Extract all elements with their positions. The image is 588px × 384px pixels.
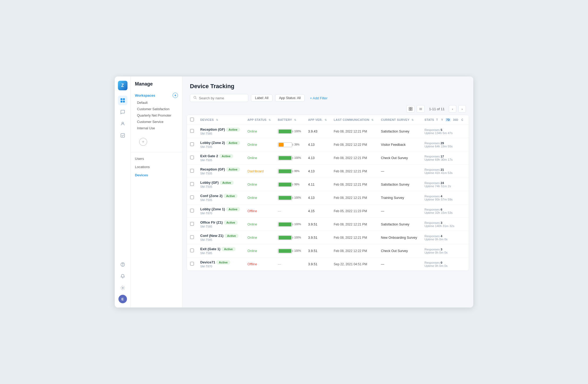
current-survey-sort-icon[interactable]: ⇅ [411, 118, 414, 121]
app-status-filter-btn[interactable]: App Status: All [275, 94, 305, 102]
row-checkbox[interactable] [190, 156, 194, 159]
battery-cell: 100% [275, 125, 305, 138]
last-comm-text: Feb 08, 2022 12:21 PM [334, 156, 367, 160]
svg-rect-5 [121, 134, 125, 137]
nav-settings-icon[interactable] [118, 283, 127, 293]
add-filter-btn[interactable]: + Add Filter [307, 95, 330, 102]
last-comm-col-header[interactable]: LAST COMMUNICATION ⇅ [330, 115, 378, 125]
select-all-col[interactable] [187, 115, 197, 125]
status-badge: Active [219, 154, 233, 158]
next-page-btn[interactable]: › [458, 105, 466, 113]
row-checkbox-cell[interactable] [187, 151, 197, 165]
row-checkbox[interactable] [190, 182, 194, 186]
sidebar-item-default[interactable]: Default [131, 100, 182, 106]
devices-sort-icon[interactable]: ⇅ [216, 118, 218, 121]
stat-period-t[interactable]: T [435, 118, 439, 122]
battery-icon [278, 169, 292, 174]
row-checkbox-cell[interactable] [187, 138, 197, 151]
battery-fill [279, 183, 291, 186]
app-status-text: Online [248, 143, 257, 147]
label-filter-btn[interactable]: Label: All [251, 94, 272, 102]
battery-fill [279, 156, 291, 160]
battery-sort-icon[interactable]: ⇅ [294, 118, 296, 121]
app-version-cell: 3.9.51 [305, 258, 330, 271]
row-checkbox[interactable] [190, 235, 194, 239]
svg-rect-2 [121, 101, 122, 103]
stats-cell: Responses 5 Uptime 134h 5m 47s [421, 125, 469, 138]
row-checkbox-cell[interactable] [187, 204, 197, 218]
layout-toggle-btn[interactable] [417, 105, 425, 113]
prev-page-btn[interactable]: ‹ [449, 105, 456, 113]
battery-cell: — [275, 204, 305, 218]
app-version-cell: 4.11 [305, 178, 330, 191]
nav-chat-icon[interactable] [118, 107, 127, 117]
battery-icon [278, 142, 292, 147]
sidebar-link-users[interactable]: Users [131, 155, 182, 163]
app-status-cell: Online [244, 218, 275, 231]
user-avatar[interactable]: E [118, 295, 127, 303]
nav-users-icon[interactable] [118, 119, 127, 129]
grid-view-btn[interactable] [407, 105, 415, 113]
search-input[interactable] [199, 96, 245, 100]
row-checkbox-cell[interactable] [187, 231, 197, 244]
battery-cell: 100% [275, 231, 305, 244]
battery-cell: 100% [275, 218, 305, 231]
app-status-text: Online [248, 130, 257, 133]
stat-period-7d[interactable]: 7D [445, 118, 451, 122]
table-container: DEVICES ⇅ APP STATUS ⇅ BATTERY ⇅ APP VER… [182, 115, 473, 308]
row-checkbox[interactable] [190, 222, 194, 226]
row-checkbox[interactable] [190, 142, 194, 146]
row-checkbox-cell[interactable] [187, 165, 197, 178]
app-ver-sort-icon[interactable]: ⇅ [325, 118, 327, 121]
sidebar-link-devices[interactable]: Devices [131, 171, 182, 179]
workspaces-header[interactable]: Workspaces + [131, 91, 182, 100]
stat-period-30d[interactable]: 30D [452, 118, 459, 122]
current-survey-col-header[interactable]: CURRENT SURVEY ⇅ [378, 115, 421, 125]
row-checkbox-cell[interactable] [187, 191, 197, 204]
row-checkbox[interactable] [190, 195, 194, 199]
sidebar-item-quarterly-net-promoter[interactable]: Quarterly Net Promoter [131, 112, 182, 119]
row-checkbox[interactable] [190, 249, 194, 252]
nav-tasks-icon[interactable] [118, 131, 127, 140]
sidebar-item-internal-use[interactable]: Internal Use [131, 125, 182, 131]
nav-grid-icon[interactable] [118, 96, 127, 105]
battery-col-header[interactable]: BATTERY ⇅ [275, 115, 305, 125]
devices-col-header[interactable]: DEVICES ⇅ [197, 115, 244, 125]
current-survey-cell: Check Out Survey [378, 151, 421, 165]
row-checkbox-cell[interactable] [187, 125, 197, 138]
stat-period-y[interactable]: Y [440, 118, 444, 122]
battery-icon [278, 129, 292, 134]
sidebar-item-customer-service[interactable]: Customer Service [131, 119, 182, 125]
stats-cell: Responses 6 Uptime 32h 15m 53s [421, 204, 469, 218]
app-ver-col-header[interactable]: APP VER. ⇅ [305, 115, 330, 125]
last-communication-cell: Feb 08, 2022 12:21 PM [330, 231, 378, 244]
app-status-sort-icon[interactable]: ⇅ [269, 118, 271, 121]
sidebar-item-customer-satisfaction[interactable]: Customer Satisfaction [131, 106, 182, 112]
svg-rect-14 [411, 109, 412, 110]
stat-period-c[interactable]: C [460, 118, 465, 122]
row-checkbox-cell[interactable] [187, 244, 197, 258]
app-status-col-header[interactable]: APP STATUS ⇅ [244, 115, 275, 125]
row-checkbox-cell[interactable] [187, 218, 197, 231]
uptime-stat: Uptime 134h 5m 47s [424, 131, 466, 135]
row-checkbox[interactable] [190, 169, 194, 173]
uptime-stat: Uptime 140h 31m 32s [424, 224, 466, 228]
row-checkbox[interactable] [190, 129, 194, 133]
svg-rect-13 [409, 109, 410, 110]
app-logo[interactable]: Z [118, 81, 127, 90]
device-table: DEVICES ⇅ APP STATUS ⇅ BATTERY ⇅ APP VER… [187, 115, 469, 271]
add-workspace-btn[interactable]: + [173, 93, 178, 98]
last-communication-cell: Feb 08, 2022 12:21 PM [330, 165, 378, 178]
nav-help-icon[interactable] [118, 260, 127, 269]
row-checkbox-cell[interactable] [187, 258, 197, 271]
select-all-checkbox[interactable] [190, 118, 194, 121]
device-cell: Exit (Gate 1) ActiveSM-T585 [197, 244, 244, 258]
nav-bell-icon[interactable] [118, 271, 127, 281]
row-checkbox-cell[interactable] [187, 178, 197, 191]
last-comm-sort-icon[interactable]: ⇅ [371, 118, 373, 121]
search-box[interactable] [190, 94, 248, 102]
sidebar-link-locations[interactable]: Locations [131, 163, 182, 171]
add-item-btn[interactable]: + [139, 138, 147, 146]
row-checkbox[interactable] [190, 209, 194, 212]
row-checkbox[interactable] [190, 262, 194, 266]
